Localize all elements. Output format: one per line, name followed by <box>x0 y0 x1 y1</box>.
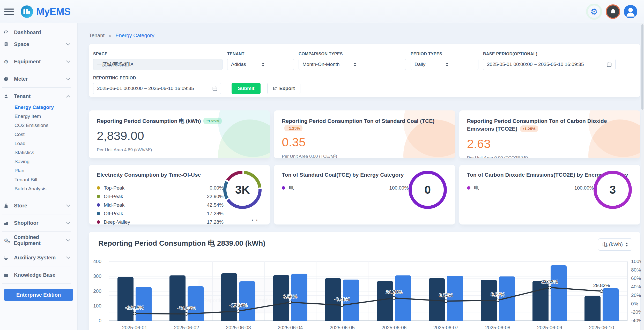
legend-pagination-dots[interactable]: • • <box>252 218 259 222</box>
sidebar-subitem-batch-analysis[interactable]: Batch Analysis <box>0 184 77 193</box>
sidebar-item-meter[interactable]: Meter <box>0 73 77 85</box>
person-icon <box>4 94 14 99</box>
line-marker <box>133 312 136 315</box>
export-icon <box>273 86 277 91</box>
line-marker <box>393 297 395 299</box>
y-axis-right-tick: 60% <box>631 275 641 281</box>
reporting-period-label: REPORTING PERIOD <box>93 76 221 80</box>
line-label: -3.46% <box>334 297 350 302</box>
donut-card-tce: Ton of Standard Coal(TCE) by Energy Cate… <box>274 165 455 224</box>
donut-legend: 电100.00% <box>467 184 594 192</box>
reporting-period-input[interactable]: 2025-06-01 00:00:00 ~ 2025-06-10 16:09:3… <box>93 83 221 94</box>
line-marker <box>445 300 447 303</box>
settings-button[interactable]: ⚙ <box>586 4 602 20</box>
legend-item-deep-valley[interactable]: Deep-Valley17.28% <box>97 218 224 226</box>
line-label: -23.15% <box>125 305 144 310</box>
select-caret-icon <box>262 63 290 66</box>
sidebar-divider <box>2 197 71 197</box>
sidebar-subitem-co2-emissions[interactable]: CO2 Emissions <box>0 121 77 130</box>
sidebar-subitem-energy-category[interactable]: Energy Category <box>0 103 77 112</box>
y-axis-right-tick: 40% <box>631 284 641 290</box>
sidebar-subitem-energy-item[interactable]: Energy Item <box>0 112 77 121</box>
enterprise-edition-button[interactable]: Enterprise Edition <box>4 289 73 301</box>
select-caret-icon <box>354 63 402 66</box>
comparison-types-label: COMPARISON TYPES <box>299 52 406 56</box>
sidebar-subitem-saving[interactable]: Saving <box>0 157 77 166</box>
main-content: Tenant » Energy Category SPACE TENANT Ad… <box>78 23 644 330</box>
line-label: 38.38% <box>541 279 558 284</box>
legend-item-top-peak[interactable]: Top-Peak0.00% <box>97 184 224 192</box>
x-axis-label: 2025-06-08 <box>472 325 524 330</box>
comparison-types-select[interactable]: Month-On-Month <box>299 59 406 70</box>
change-rate-line: -23.15%-24.03%-17.39%3.56%-3.46%13.70%6.… <box>109 261 627 321</box>
legend-dot-icon <box>97 195 100 198</box>
stat-title: Reporting Period Consumption 电 (kWh) <box>97 118 201 124</box>
export-button[interactable]: Export <box>267 83 300 94</box>
line-label: -17.39% <box>229 303 248 308</box>
hamburger-menu-icon[interactable] <box>4 8 14 15</box>
period-types-select[interactable]: Daily <box>411 59 478 70</box>
sidebar-subitem-statistics[interactable]: Statistics <box>0 148 77 157</box>
legend-item--[interactable]: 电100.00% <box>467 184 594 192</box>
app-logo[interactable]: MyEMS <box>21 5 71 18</box>
notifications-button[interactable] <box>606 4 620 19</box>
base-period-input[interactable]: 2025-05-01 00:00:00 ~ 2025-05-10 16:09:3… <box>483 59 616 70</box>
query-form-panel: SPACE TENANT Adidas COMPARISON TYPES Mon… <box>89 44 640 97</box>
breadcrumb-parent[interactable]: Tenant <box>89 33 105 38</box>
sidebar-subitem-load[interactable]: Load <box>0 139 77 148</box>
sidebar-subitem-cost[interactable]: Cost <box>0 130 77 139</box>
consumption-chart-card: Reporting Period Consumption 电 2839.00 (… <box>89 232 640 330</box>
vertical-scrollbar[interactable] <box>641 23 644 330</box>
donut-center-label: 0 <box>424 183 431 196</box>
factory-icon <box>4 221 14 226</box>
legend-item-mid-peak[interactable]: Mid-Peak42.54% <box>97 201 224 209</box>
stat-footnote: Per Unit Area 0.00 (TCE/M²) <box>282 154 447 158</box>
calendar-icon <box>212 86 217 91</box>
y-axis-right-tick: 0% <box>631 301 638 307</box>
sidebar-item-knowledge-base[interactable]: Knowledge Base <box>0 269 77 281</box>
sidebar-subitem-plan[interactable]: Plan <box>0 166 77 175</box>
legend-item-on-peak[interactable]: On-Peak22.90% <box>97 192 224 201</box>
sidebar-item-dashboard[interactable]: Dashboard <box>0 26 77 38</box>
sidebar-item-tenant[interactable]: Tenant <box>0 90 77 102</box>
sidebar-subitem-tenant-bill[interactable]: Tenant Bill <box>0 175 77 184</box>
line-marker <box>289 301 292 304</box>
select-caret-icon <box>625 243 628 246</box>
sidebar-item-equipment[interactable]: ⚙Equipment <box>0 56 77 68</box>
legend-item--[interactable]: 电100.00% <box>282 184 409 192</box>
stat-card-tce: Reporting Period Consumption Ton of Stan… <box>274 110 455 158</box>
chart-title: Reporting Period Consumption 电 2839.00 (… <box>98 238 265 248</box>
legend-dot-icon <box>97 220 100 224</box>
user-avatar-icon <box>624 5 637 18</box>
sidebar-divider <box>2 249 71 249</box>
sidebar-item-store[interactable]: Store <box>0 200 77 212</box>
tenant-select[interactable]: Adidas <box>227 59 294 70</box>
unit-selector[interactable]: 电 (kWh) <box>598 238 632 251</box>
donut-chart: 3K <box>223 171 262 209</box>
breadcrumb-current[interactable]: Energy Category <box>115 33 154 38</box>
submit-button[interactable]: Submit <box>232 83 261 94</box>
sidebar-item-space[interactable]: Space <box>0 38 77 50</box>
bag-icon <box>4 203 14 208</box>
stat-card-tco2e: Reporting Period Consumption Ton of Carb… <box>459 110 640 158</box>
line-marker <box>496 299 499 302</box>
donut-chart: 0 <box>409 171 447 209</box>
scrollbar-thumb[interactable] <box>641 24 643 110</box>
space-input[interactable] <box>93 59 223 70</box>
sidebar-item-auxiliary-system[interactable]: Auxiliary System <box>0 252 77 264</box>
x-axis-label: 2025-06-05 <box>316 325 368 330</box>
sidebar-item-combined-equipment[interactable]: ⚙⚙Combined Equipment <box>0 234 77 246</box>
sidebar-item-shopfloor[interactable]: Shopfloor <box>0 217 77 229</box>
line-marker <box>341 304 344 307</box>
trend-badge: ↑1.25% <box>203 118 221 124</box>
gear-icon: ⚙ <box>4 59 14 64</box>
breadcrumb-separator: » <box>109 33 112 38</box>
line-marker <box>600 290 603 292</box>
stat-cards-row: Reporting Period Consumption 电 (kWh)↑1.2… <box>89 110 640 158</box>
legend-item-off-peak[interactable]: Off-Peak17.28% <box>97 209 224 218</box>
pie-icon <box>4 77 14 81</box>
account-button[interactable] <box>624 5 637 18</box>
building-icon <box>4 42 14 47</box>
chart-plot-area: Reporting Period Consumption 308.00 2025… <box>109 261 627 321</box>
sidebar-divider <box>2 214 71 214</box>
